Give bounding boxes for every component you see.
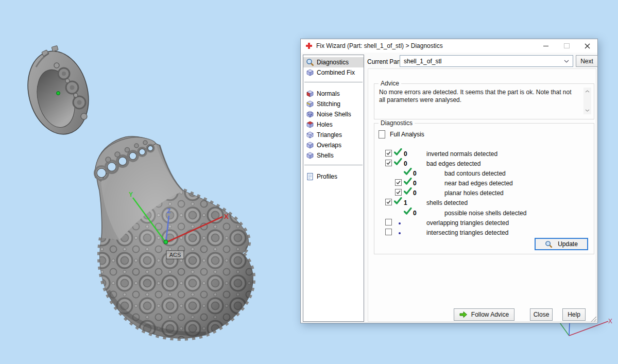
sidebar-separator	[304, 165, 363, 165]
maximize-icon	[564, 43, 570, 48]
sidebar-item-diagnostics[interactable]: Diagnostics	[303, 57, 364, 67]
diagnostic-row: 0 bad contours detected	[374, 169, 594, 178]
row-count: 0	[404, 150, 407, 158]
diagnostic-row: 0 bad edges detected	[374, 159, 594, 168]
current-part-label: Current Part:	[367, 58, 403, 65]
row-checkbox[interactable]	[385, 219, 392, 226]
row-label: overlapping triangles detected	[426, 219, 509, 227]
diagnostic-row: overlapping triangles detected	[374, 218, 594, 228]
wcs-x-label: X	[608, 318, 612, 325]
row-count: 0	[413, 170, 417, 177]
close-icon	[585, 43, 590, 49]
check-icon	[386, 160, 391, 166]
pending-dot-icon	[399, 232, 401, 234]
dialog-titlebar[interactable]: Fix Wizard (Part: shell_1_of_stl) > Diag…	[301, 39, 597, 53]
row-checkbox[interactable]	[385, 199, 392, 205]
sidebar-item-stitching[interactable]: Stitching	[303, 99, 364, 109]
green-arrow-right-icon	[459, 311, 468, 318]
row-label: bad edges detected	[426, 160, 480, 167]
ring-mesh	[20, 45, 97, 141]
row-count: 0	[413, 189, 417, 197]
sidebar-item-profiles[interactable]: Profiles	[303, 171, 364, 182]
row-checkbox[interactable]	[385, 229, 392, 235]
row-label: possible noise shells detected	[444, 210, 526, 217]
check-icon	[396, 180, 401, 185]
ring-origin-dot	[57, 92, 60, 95]
acs-origin-dot	[164, 240, 168, 244]
row-checkbox[interactable]	[385, 150, 392, 157]
magnifier-icon	[545, 240, 553, 248]
advice-group-title: Advice	[379, 80, 401, 87]
ok-check-icon	[404, 207, 412, 216]
ok-check-icon	[394, 148, 402, 157]
row-label: near bad edges detected	[444, 180, 513, 187]
update-button[interactable]: Update	[535, 238, 588, 250]
row-label: bad contours detected	[444, 170, 506, 177]
pending-dot-icon	[399, 222, 401, 224]
minimize-button[interactable]	[536, 39, 556, 53]
chevron-up-icon	[585, 90, 590, 93]
check-icon	[386, 150, 391, 156]
sidebar-item-normals[interactable]: Normals	[303, 89, 364, 99]
row-checkbox[interactable]	[385, 160, 392, 166]
maximize-button[interactable]	[556, 39, 577, 53]
diagnostics-groupbox: Diagnostics Full Analysis 0 inverted nor…	[374, 123, 594, 254]
full-analysis-label: Full Analysis	[390, 131, 424, 138]
diagnostic-row: 1 shells detected	[374, 198, 594, 207]
cube-icon	[306, 151, 314, 160]
current-part-combobox[interactable]: shell_1_of_stl	[400, 55, 573, 67]
diagnostic-row: 0 near bad edges detected	[374, 179, 594, 188]
fix-wizard-dialog: Fix Wizard (Part: shell_1_of_stl) > Diag…	[300, 39, 598, 323]
scroll-up-button[interactable]	[583, 88, 591, 95]
current-part-value: shell_1_of_stl	[404, 58, 441, 65]
sidebar-item-combined-fix[interactable]: Combined Fix	[303, 67, 364, 78]
ok-check-icon	[404, 187, 412, 196]
diagnostic-row: 0 inverted normals detected	[374, 149, 594, 159]
row-count: 0	[413, 180, 417, 187]
close-button[interactable]: Close	[530, 308, 553, 321]
cube-icon	[306, 141, 314, 149]
ok-check-icon	[404, 168, 412, 177]
wizard-sidebar: Diagnostics Combined Fix Normals	[303, 55, 364, 322]
sidebar-item-overlaps[interactable]: Overlaps	[303, 140, 364, 150]
row-checkbox[interactable]	[395, 189, 402, 196]
chevron-down-icon	[585, 109, 590, 112]
help-button[interactable]: Help	[562, 308, 586, 321]
row-count: 0	[413, 210, 417, 217]
acs-y-label: Y	[129, 191, 133, 198]
advice-scrollbar[interactable]	[583, 88, 591, 114]
row-label: inverted normals detected	[426, 150, 497, 158]
acs-label-text: ACS	[169, 252, 181, 258]
check-icon	[386, 199, 391, 205]
cube-wireframe-icon	[306, 131, 314, 139]
diagnostic-row: intersecting triangles detected	[374, 228, 594, 237]
cube-dots-icon	[306, 110, 314, 118]
advice-text: No more errors are detected. It seems th…	[379, 89, 577, 104]
cube-red-top-icon	[306, 120, 314, 129]
close-window-button[interactable]	[577, 39, 597, 53]
row-count: 0	[404, 160, 407, 167]
resize-grip[interactable]	[590, 315, 597, 322]
acs-z-label: Z	[167, 207, 170, 215]
wizard-content-panel: Advice No more errors are detected. It s…	[368, 68, 596, 322]
row-label: planar holes detected	[444, 189, 504, 197]
sidebar-item-triangles[interactable]: Triangles	[303, 130, 364, 140]
row-count: 1	[404, 199, 407, 206]
sidebar-separator	[304, 82, 363, 82]
acs-x-label: X	[224, 213, 229, 220]
sidebar-item-holes[interactable]: Holes	[303, 119, 364, 130]
follow-advice-button[interactable]: Follow Advice	[454, 308, 514, 321]
goblet-mesh	[95, 136, 253, 338]
ok-check-icon	[404, 178, 412, 186]
diagnostic-row: 0 possible noise shells detected	[374, 209, 594, 218]
sidebar-item-shells[interactable]: Shells	[303, 150, 364, 161]
dialog-title: Fix Wizard (Part: shell_1_of_stl) > Diag…	[316, 42, 443, 49]
scroll-down-button[interactable]	[583, 107, 591, 114]
cube-icon	[306, 68, 314, 77]
chevron-down-icon	[564, 60, 569, 63]
document-icon	[306, 172, 314, 181]
full-analysis-checkbox[interactable]	[379, 130, 385, 138]
next-button[interactable]: Next	[576, 55, 598, 67]
sidebar-item-noise-shells[interactable]: Noise Shells	[303, 109, 364, 119]
row-checkbox[interactable]	[395, 179, 402, 186]
